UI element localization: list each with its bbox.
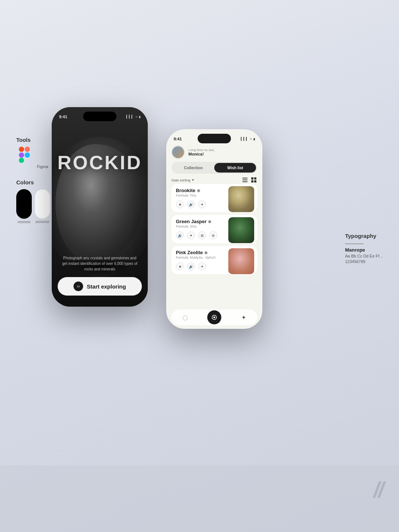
zeolite-name-text: Pink Zeolite: [176, 250, 203, 255]
sort-text: Date sorting: [171, 178, 190, 182]
zeolite-img-render: [228, 248, 254, 274]
swatch-color-white: [35, 189, 50, 219]
sort-chevron-icon: ▼: [191, 178, 194, 182]
sound-btn-jasper[interactable]: 🔊: [176, 231, 184, 239]
zeolite-sound-icon: ◉: [204, 250, 208, 255]
sound-btn-zeolite[interactable]: 🔊: [187, 262, 195, 270]
nav-home-btn[interactable]: ◯: [180, 312, 190, 323]
svg-point-4: [25, 153, 30, 158]
phone-splash: 9:41 ▎▎▎ ≈ ▮ ROCKID Photograph any cryst…: [52, 107, 148, 307]
svg-rect-10: [251, 180, 253, 183]
card-top-jasper: Green Jasper ◉ Formula: SiO₂: [176, 219, 253, 228]
start-btn-label: Start exploring: [87, 283, 126, 290]
mineral-card-brookite[interactable]: Brookite ◉ Formula: TiO₂ ★ 🔊 ✦: [171, 184, 257, 212]
app-title: ROCKID: [52, 151, 148, 174]
wifi-icon: ≈: [136, 115, 137, 119]
tab-collection[interactable]: Collection: [173, 163, 214, 173]
svg-rect-0: [19, 147, 24, 152]
jasper-sound-icon: ◉: [208, 219, 211, 224]
start-arrow-icon: ››: [74, 282, 83, 291]
wifi-icon-2: ≈: [250, 137, 252, 141]
figma-icon: [16, 147, 33, 163]
font-numbers: 123456789: [345, 259, 383, 264]
phone-1-bottom: Photograph any crystals and gemstones an…: [58, 255, 142, 296]
svg-point-13: [214, 317, 215, 318]
add-btn-jasper[interactable]: ✦: [187, 231, 195, 239]
start-exploring-button[interactable]: ›› Start exploring: [58, 277, 142, 296]
jasper-name-text: Green Jasper: [176, 219, 207, 224]
slash-decoration: //: [374, 477, 383, 502]
brookite-image: [228, 186, 254, 212]
status-bar-1: 9:41 ▎▎▎ ≈ ▮: [52, 112, 148, 121]
bottom-nav: ◯ ✦: [171, 310, 257, 325]
jasper-image: [228, 217, 254, 243]
mineral-card-zeolite[interactable]: Pink Zeolite ◉ Formula: M₂M₃Si₄ · 6yH₂O …: [171, 246, 257, 274]
user-name: Monica!: [188, 152, 257, 156]
svg-rect-3: [19, 158, 24, 163]
info-btn-jasper[interactable]: ⊕: [209, 231, 217, 239]
nav-camera-btn[interactable]: [207, 310, 221, 324]
tabs-container: Collection Wish list: [171, 162, 257, 174]
status-icons-2: ▎▎▎ ≈ ▮: [241, 137, 255, 141]
svg-rect-1: [25, 147, 30, 152]
figma-logo-svg: [18, 147, 31, 163]
avatar-image: [172, 146, 184, 158]
sort-bar: Date sorting ▼: [171, 177, 257, 183]
svg-rect-6: [242, 180, 248, 180]
bottom-strip: [0, 466, 399, 532]
status-time-1: 9:41: [59, 115, 67, 119]
svg-rect-11: [254, 180, 256, 183]
status-bar-2: 9:41 ▎▎▎ ≈ ▮: [166, 134, 262, 143]
brookite-img-render: [228, 186, 254, 212]
battery-icon-2: ▮: [253, 137, 255, 141]
minerals-list: Brookite ◉ Formula: TiO₂ ★ 🔊 ✦: [171, 184, 257, 310]
status-time-2: 9:41: [174, 137, 182, 141]
battery-icon: ▮: [139, 115, 140, 119]
font-sample: Aa Bb Cc Dd Ee Ff...: [345, 254, 383, 258]
mineral-card-jasper[interactable]: Green Jasper ◉ Formula: SiO₂ 🔊 ✦ ⊞ ⊕: [171, 215, 257, 243]
favorite-btn-brookite[interactable]: ★: [176, 200, 184, 208]
status-icons-1: ▎▎▎ ≈ ▮: [126, 115, 140, 119]
swatch-color-black: [16, 189, 32, 219]
svg-rect-7: [242, 181, 248, 182]
view-toggle-icons: [242, 177, 257, 183]
font-name: Manrope: [345, 247, 383, 253]
share-btn-jasper[interactable]: ⊞: [198, 231, 206, 239]
info-btn-brookite[interactable]: 🔊: [187, 200, 195, 208]
svg-rect-2: [19, 153, 24, 158]
brookite-name-text: Brookite: [176, 188, 195, 193]
phone-collection: 9:41 ▎▎▎ ≈ ▮ Long time no see, Monica! C…: [166, 129, 262, 329]
typography-divider: [345, 243, 364, 244]
brookite-sound-icon: ◉: [197, 188, 200, 192]
signal-icon: ▎▎▎: [126, 115, 134, 119]
phones-container: 9:41 ▎▎▎ ≈ ▮ ROCKID Photograph any cryst…: [52, 107, 262, 329]
signal-icon-2: ▎▎▎: [241, 137, 249, 141]
sort-label[interactable]: Date sorting ▼: [171, 178, 194, 182]
phone-description: Photograph any crystals and gemstones an…: [58, 255, 142, 272]
user-avatar: [171, 146, 185, 159]
swatch-label-white: #FFFFFF: [35, 220, 50, 224]
header-text: Long time no see, Monica!: [188, 148, 257, 156]
grid-view-icon[interactable]: [250, 177, 257, 183]
add-btn-zeolite[interactable]: ✦: [198, 262, 206, 270]
tab-wishlist[interactable]: Wish list: [214, 163, 256, 173]
phone-2-header: Long time no see, Monica!: [171, 146, 257, 159]
swatch-black: #000000: [16, 189, 32, 224]
svg-rect-9: [254, 177, 256, 180]
svg-rect-5: [242, 178, 248, 178]
zeolite-image: [228, 248, 254, 274]
list-view-icon[interactable]: [242, 177, 248, 183]
typography-section: Typography Manrope Aa Bb Cc Dd Ee Ff... …: [345, 233, 383, 264]
favorite-btn-zeolite[interactable]: ★: [176, 262, 184, 270]
add-btn-brookite[interactable]: ✦: [198, 200, 206, 208]
nav-sparkle-btn[interactable]: ✦: [238, 312, 249, 323]
svg-rect-8: [251, 177, 253, 180]
swatch-white: #FFFFFF: [35, 189, 50, 224]
typography-title: Typography: [345, 233, 383, 239]
greeting-text: Long time no see,: [188, 148, 257, 152]
jasper-img-render: [228, 217, 254, 243]
card-top-zeolite: Pink Zeolite ◉ Formula: M₂M₃Si₄ · 6yH₂O: [176, 250, 253, 259]
card-top-brookite: Brookite ◉ Formula: TiO₂: [176, 188, 253, 197]
swatch-label-black: #000000: [17, 220, 30, 224]
